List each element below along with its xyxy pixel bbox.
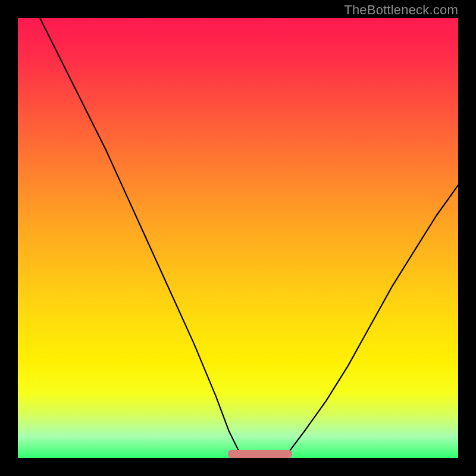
watermark-text: TheBottleneck.com [344, 2, 458, 18]
bottleneck-curve [18, 18, 458, 458]
chart-frame: TheBottleneck.com [0, 0, 476, 476]
plot-area [18, 18, 458, 458]
optimal-range-marker [228, 450, 292, 458]
